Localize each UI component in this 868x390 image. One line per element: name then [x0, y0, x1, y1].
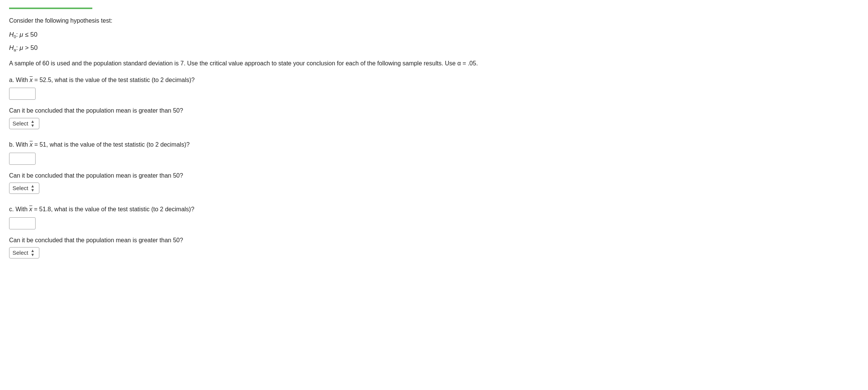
hypothesis-h0: H0: μ ≤ 50 [9, 29, 859, 40]
select-c-arrows: ▲ ▼ [31, 249, 35, 257]
ha-relation: : μ > 50 [16, 44, 37, 51]
part-c-block: c. With x = 51.8, what is the value of t… [9, 204, 859, 258]
part-a-conclusion-question: Can it be concluded that the population … [9, 106, 859, 116]
select-a-label: Select [12, 119, 28, 128]
select-b-dropdown[interactable]: Select ▲ ▼ [9, 183, 39, 194]
select-b-label: Select [12, 184, 28, 193]
part-a-question: a. With x = 52.5, what is the value of t… [9, 75, 859, 85]
select-a-arrows: ▲ ▼ [31, 119, 35, 128]
part-c-input[interactable] [9, 217, 36, 229]
part-b-input[interactable] [9, 153, 36, 165]
select-c-dropdown[interactable]: Select ▲ ▼ [9, 247, 39, 258]
part-a-input[interactable] [9, 88, 36, 100]
part-c-conclusion-question: Can it be concluded that the population … [9, 235, 859, 245]
part-b-question: b. With x = 51, what is the value of the… [9, 140, 859, 150]
problem-description: A sample of 60 is used and the populatio… [9, 58, 539, 68]
part-c-question: c. With x = 51.8, what is the value of t… [9, 204, 859, 214]
h0-label: H [9, 31, 14, 38]
select-c-label: Select [12, 248, 28, 257]
select-b-arrows: ▲ ▼ [31, 184, 35, 192]
hypothesis-ha: Ha: μ > 50 [9, 43, 859, 54]
part-b-block: b. With x = 51, what is the value of the… [9, 140, 859, 194]
part-a-block: a. With x = 52.5, what is the value of t… [9, 75, 859, 129]
progress-bar [9, 8, 92, 9]
problem-title: Consider the following hypothesis test: [9, 16, 859, 26]
h0-relation: : μ ≤ 50 [16, 31, 37, 38]
select-a-dropdown[interactable]: Select ▲ ▼ [9, 118, 39, 129]
ha-label: H [9, 44, 14, 51]
part-b-conclusion-question: Can it be concluded that the population … [9, 171, 859, 181]
